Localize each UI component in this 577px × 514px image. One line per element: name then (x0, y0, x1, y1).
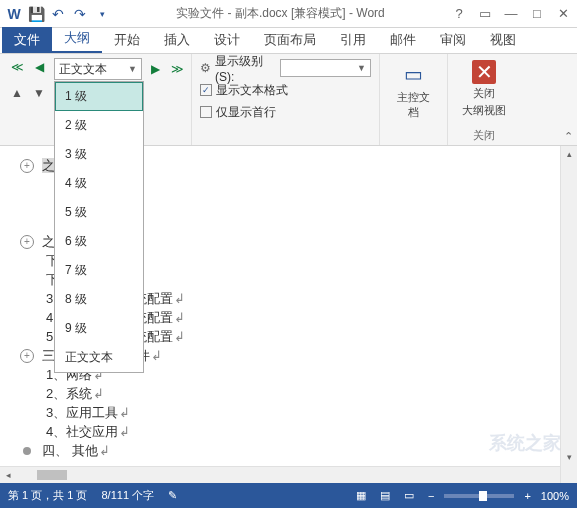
show-firstline-label: 仅显示首行 (216, 104, 276, 121)
move-up-icon[interactable]: ▲ (8, 84, 26, 102)
dropdown-item-bodytext[interactable]: 正文文本 (55, 343, 143, 372)
tab-home[interactable]: 开始 (102, 27, 152, 53)
master-doc-label: 主控文档 (394, 90, 433, 120)
tab-outline[interactable]: 大纲 (52, 25, 102, 53)
window-controls: ? ▭ — □ ✕ (451, 6, 571, 21)
view-read-icon[interactable]: ▦ (352, 489, 370, 502)
zoom-slider[interactable] (444, 494, 514, 498)
outline-plus-icon[interactable] (20, 349, 34, 363)
close-icon: ✕ (472, 60, 496, 84)
scroll-up-icon[interactable]: ▴ (561, 146, 577, 163)
view-web-icon[interactable]: ▭ (400, 489, 418, 502)
ribbon: ≪ ◀ ▲ ▼ 正文文本 ▼ 1 级 2 级 (0, 54, 577, 146)
scroll-left-icon[interactable]: ◂ (0, 467, 17, 483)
demote-icon[interactable]: ▶ (146, 60, 164, 78)
minimize-icon[interactable]: — (503, 6, 519, 21)
tab-design[interactable]: 设计 (202, 27, 252, 53)
outline-level-dropdown: 1 级 2 级 3 级 4 级 5 级 6 级 7 级 8 级 9 级 正文文本 (54, 81, 144, 373)
dropdown-item-level1[interactable]: 1 级 (55, 82, 143, 111)
doc-text: 四、 其他↲ (42, 442, 110, 460)
collapse-ribbon-icon[interactable]: ⌃ (564, 130, 573, 143)
chevron-down-icon: ▼ (357, 63, 366, 73)
doc-line[interactable]: 2、系统↲ (20, 384, 577, 403)
zoom-in-icon[interactable]: + (524, 490, 530, 502)
doc-line[interactable]: 4、社交应用↲ (20, 422, 577, 441)
group-label-show (200, 141, 371, 143)
zoom-value[interactable]: 100% (541, 490, 569, 502)
outline-level-value: 正文文本 (59, 61, 107, 78)
outline-level-combo[interactable]: 正文文本 ▼ 1 级 2 级 3 级 4 级 5 级 6 级 7 级 8 级 (54, 58, 142, 80)
undo-icon[interactable]: ↶ (50, 6, 66, 22)
show-level-combo[interactable]: ▼ (280, 59, 371, 77)
show-firstline-checkbox[interactable] (200, 106, 212, 118)
window-title: 实验文件 - 副本.docx [兼容模式] - Word (110, 5, 451, 22)
status-page[interactable]: 第 1 页，共 1 页 (8, 488, 87, 503)
view-print-icon[interactable]: ▤ (376, 489, 394, 502)
view-mode-icons: ▦ ▤ ▭ (352, 489, 418, 502)
zoom-out-icon[interactable]: − (428, 490, 434, 502)
vertical-scrollbar[interactable]: ▴ ▾ (560, 146, 577, 483)
demote-body-icon[interactable]: ≫ (168, 60, 186, 78)
doc-text: 4、社交应用↲ (46, 423, 130, 441)
close-window-icon[interactable]: ✕ (555, 6, 571, 21)
dropdown-item-level4[interactable]: 4 级 (55, 169, 143, 198)
status-proofing-icon[interactable]: ✎ (168, 489, 177, 502)
outline-plus-icon[interactable] (20, 235, 34, 249)
promote-top-icon[interactable]: ≪ (8, 58, 26, 76)
ribbon-tabs: 文件 大纲 开始 插入 设计 页面布局 引用 邮件 审阅 视图 (0, 28, 577, 54)
word-app-icon[interactable]: W (6, 6, 22, 22)
show-format-checkbox[interactable]: ✓ (200, 84, 212, 96)
chevron-down-icon: ▼ (128, 64, 137, 74)
show-level-icon: ⚙ (200, 61, 211, 75)
ribbon-group-outline-tools: ≪ ◀ ▲ ▼ 正文文本 ▼ 1 级 2 级 (0, 54, 192, 145)
move-down-icon[interactable]: ▼ (30, 84, 48, 102)
promote-icon[interactable]: ◀ (30, 58, 48, 76)
dropdown-item-level7[interactable]: 7 级 (55, 256, 143, 285)
dropdown-item-level5[interactable]: 5 级 (55, 198, 143, 227)
ribbon-group-show: ⚙ 显示级别(S): ▼ ✓ 显示文本格式 仅显示首行 (192, 54, 380, 145)
master-doc-button[interactable]: ▭ 主控文档 (388, 58, 439, 122)
outline-plus-icon[interactable] (20, 159, 34, 173)
status-words[interactable]: 8/111 个字 (101, 488, 154, 503)
tab-layout[interactable]: 页面布局 (252, 27, 328, 53)
redo-icon[interactable]: ↷ (72, 6, 88, 22)
tab-view[interactable]: 视图 (478, 27, 528, 53)
tab-review[interactable]: 审阅 (428, 27, 478, 53)
master-doc-icon: ▭ (400, 60, 428, 88)
close-label-2: 大纲视图 (462, 103, 506, 118)
scroll-down-icon[interactable]: ▾ (561, 449, 577, 466)
group-label-close: 关闭 (456, 126, 512, 143)
close-outline-button[interactable]: ✕ 关闭 大纲视图 (456, 58, 512, 120)
maximize-icon[interactable]: □ (529, 6, 545, 21)
statusbar: 第 1 页，共 1 页 8/111 个字 ✎ ▦ ▤ ▭ − + 100% (0, 483, 577, 508)
outline-arrow-cluster: ≪ ◀ ▲ ▼ (8, 58, 48, 102)
ribbon-group-master: ▭ 主控文档 (380, 54, 448, 145)
tab-insert[interactable]: 插入 (152, 27, 202, 53)
show-level-label: 显示级别(S): (215, 53, 276, 84)
tab-file[interactable]: 文件 (2, 27, 52, 53)
qat-dropdown-icon[interactable]: ▾ (94, 6, 110, 22)
help-icon[interactable]: ? (451, 6, 467, 21)
titlebar: W 💾 ↶ ↷ ▾ 实验文件 - 副本.docx [兼容模式] - Word ?… (0, 0, 577, 28)
close-label-1: 关闭 (473, 86, 495, 101)
show-format-label: 显示文本格式 (216, 82, 288, 99)
doc-text: 2、系统↲ (46, 385, 104, 403)
scroll-thumb[interactable] (37, 470, 67, 480)
ribbon-options-icon[interactable]: ▭ (477, 6, 493, 21)
tab-references[interactable]: 引用 (328, 27, 378, 53)
dropdown-item-level8[interactable]: 8 级 (55, 285, 143, 314)
doc-line[interactable]: 四、 其他↲ (20, 441, 577, 460)
dropdown-item-level9[interactable]: 9 级 (55, 314, 143, 343)
save-icon[interactable]: 💾 (28, 6, 44, 22)
doc-text: 3、应用工具↲ (46, 404, 130, 422)
quick-access-toolbar: W 💾 ↶ ↷ ▾ (6, 6, 110, 22)
ribbon-group-close: ✕ 关闭 大纲视图 关闭 (448, 54, 520, 145)
outline-dot-icon (23, 447, 31, 455)
tab-mailings[interactable]: 邮件 (378, 27, 428, 53)
horizontal-scrollbar[interactable]: ◂ (0, 466, 560, 483)
doc-line[interactable]: 3、应用工具↲ (20, 403, 577, 422)
dropdown-item-level3[interactable]: 3 级 (55, 140, 143, 169)
dropdown-item-level2[interactable]: 2 级 (55, 111, 143, 140)
dropdown-item-level6[interactable]: 6 级 (55, 227, 143, 256)
